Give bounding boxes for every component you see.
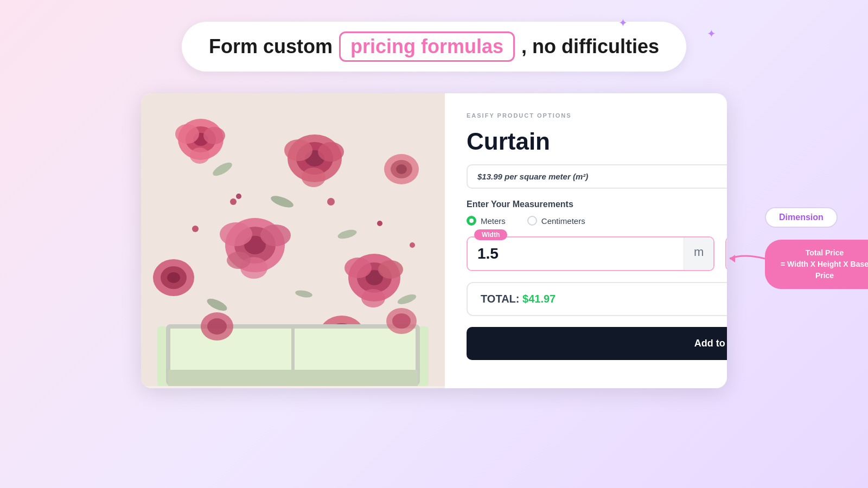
centimeters-label: Centimeters: [541, 216, 585, 226]
meters-label: Meters: [481, 216, 506, 226]
svg-point-52: [207, 318, 227, 335]
dimension-inputs: Width m Height m: [467, 236, 727, 271]
width-input[interactable]: [468, 237, 684, 270]
header-banner: Form custom pricing formulas , no diffic…: [182, 22, 686, 72]
product-title: Curtain: [467, 130, 727, 153]
centimeters-radio[interactable]: [527, 216, 537, 226]
svg-point-16: [220, 222, 252, 246]
header-text-after: , no difficulties: [521, 35, 659, 58]
product-details: EASIFY PRODUCT OPTIONS Curtain Base Pric…: [445, 93, 727, 388]
width-field: Width m: [467, 236, 714, 271]
formula-line1: Total Price: [778, 247, 868, 259]
dimension-label: Dimension: [765, 207, 838, 228]
svg-point-28: [396, 164, 407, 174]
product-image-section: [141, 93, 445, 388]
header-text-before: Form custom: [209, 35, 333, 58]
curtain-image: [141, 93, 445, 386]
svg-point-12: [302, 168, 326, 187]
header-highlight: pricing formulas: [339, 31, 515, 62]
add-to-cart-button[interactable]: Add to cart: [467, 327, 727, 360]
svg-point-24: [378, 260, 403, 279]
tooltip-arrow: [727, 251, 770, 267]
svg-marker-55: [730, 255, 735, 262]
brand-label: EASIFY PRODUCT OPTIONS: [467, 112, 727, 119]
svg-point-42: [236, 194, 241, 199]
svg-point-45: [192, 226, 199, 232]
svg-point-5: [203, 127, 225, 144]
dimension-formula: Total Price = Width X Height X Base Pric…: [765, 240, 868, 289]
sparkle-decoration-2: ✦: [707, 27, 716, 40]
sparkle-decoration-1: ✦: [618, 16, 628, 29]
centimeters-option[interactable]: Centimeters: [527, 216, 585, 226]
svg-point-6: [190, 147, 209, 164]
meters-option[interactable]: Meters: [467, 216, 506, 226]
width-unit: m: [684, 237, 713, 270]
measurements-section: Enter Your Measurements Meters Centimete…: [467, 200, 727, 226]
dimension-tooltip: Dimension Total Price = Width X Height X…: [765, 207, 868, 289]
base-price-display: $13.99 per square meter (m²): [467, 164, 727, 189]
svg-point-4: [175, 124, 199, 144]
svg-point-46: [410, 242, 415, 248]
base-price-section: Base Price $13.99 per square meter (m²): [467, 164, 727, 189]
svg-point-41: [230, 198, 237, 205]
svg-point-17: [260, 224, 291, 246]
svg-point-19: [227, 252, 251, 269]
svg-point-11: [318, 142, 344, 162]
svg-point-10: [284, 139, 312, 161]
total-section: TOTAL: $41.97: [467, 282, 727, 316]
svg-point-31: [167, 272, 180, 283]
width-input-wrapper: m: [467, 236, 714, 271]
svg-point-44: [377, 221, 382, 226]
formula-line2: = Width X Height X Base Price: [778, 259, 868, 281]
meters-radio[interactable]: [467, 216, 476, 226]
total-amount: $41.97: [522, 293, 556, 305]
measurements-label: Enter Your Measurements: [467, 200, 727, 209]
product-card: EASIFY PRODUCT OPTIONS Curtain Base Pric…: [141, 93, 727, 388]
unit-options: Meters Centimeters: [467, 216, 727, 226]
width-badge: Width: [474, 229, 507, 240]
svg-point-54: [392, 313, 411, 329]
total-label: TOTAL:: [481, 293, 519, 305]
svg-point-23: [344, 258, 372, 278]
svg-rect-50: [168, 370, 418, 386]
svg-point-43: [327, 198, 335, 206]
svg-point-25: [361, 289, 385, 307]
